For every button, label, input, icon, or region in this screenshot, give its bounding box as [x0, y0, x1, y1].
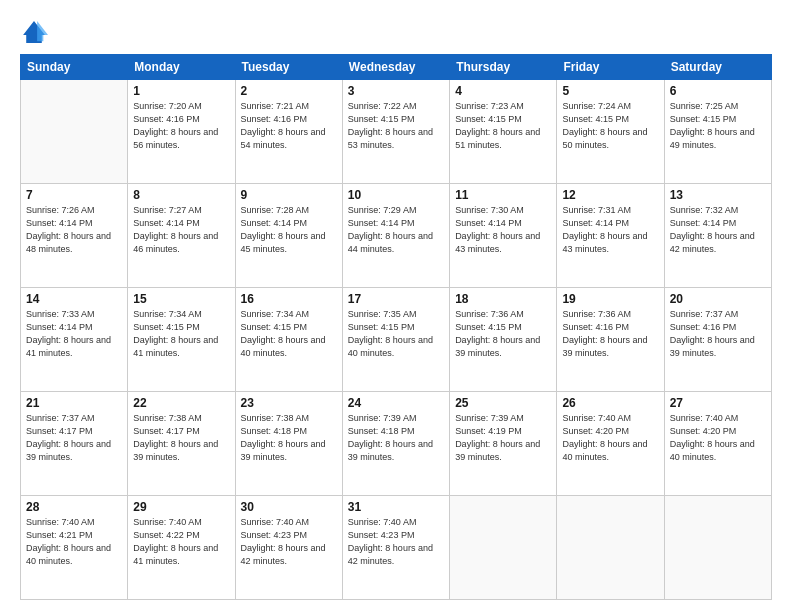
day-number: 20: [670, 292, 766, 306]
day-number: 4: [455, 84, 551, 98]
day-number: 26: [562, 396, 658, 410]
calendar-cell: 8Sunrise: 7:27 AMSunset: 4:14 PMDaylight…: [128, 184, 235, 288]
day-number: 1: [133, 84, 229, 98]
calendar-week-row: 1Sunrise: 7:20 AMSunset: 4:16 PMDaylight…: [21, 80, 772, 184]
cell-text: Sunrise: 7:23 AMSunset: 4:15 PMDaylight:…: [455, 100, 551, 152]
day-number: 8: [133, 188, 229, 202]
day-number: 11: [455, 188, 551, 202]
calendar-cell: 28Sunrise: 7:40 AMSunset: 4:21 PMDayligh…: [21, 496, 128, 600]
day-number: 16: [241, 292, 337, 306]
calendar-cell: 20Sunrise: 7:37 AMSunset: 4:16 PMDayligh…: [664, 288, 771, 392]
cell-text: Sunrise: 7:34 AMSunset: 4:15 PMDaylight:…: [241, 308, 337, 360]
day-number: 17: [348, 292, 444, 306]
calendar-cell: 12Sunrise: 7:31 AMSunset: 4:14 PMDayligh…: [557, 184, 664, 288]
cell-text: Sunrise: 7:28 AMSunset: 4:14 PMDaylight:…: [241, 204, 337, 256]
day-number: 21: [26, 396, 122, 410]
calendar-cell: 11Sunrise: 7:30 AMSunset: 4:14 PMDayligh…: [450, 184, 557, 288]
weekday-header-friday: Friday: [557, 55, 664, 80]
cell-text: Sunrise: 7:40 AMSunset: 4:22 PMDaylight:…: [133, 516, 229, 568]
cell-text: Sunrise: 7:38 AMSunset: 4:17 PMDaylight:…: [133, 412, 229, 464]
cell-text: Sunrise: 7:27 AMSunset: 4:14 PMDaylight:…: [133, 204, 229, 256]
calendar-week-row: 14Sunrise: 7:33 AMSunset: 4:14 PMDayligh…: [21, 288, 772, 392]
calendar-cell: 29Sunrise: 7:40 AMSunset: 4:22 PMDayligh…: [128, 496, 235, 600]
calendar-cell: 6Sunrise: 7:25 AMSunset: 4:15 PMDaylight…: [664, 80, 771, 184]
calendar-table: SundayMondayTuesdayWednesdayThursdayFrid…: [20, 54, 772, 600]
calendar-cell: 15Sunrise: 7:34 AMSunset: 4:15 PMDayligh…: [128, 288, 235, 392]
calendar-cell: 10Sunrise: 7:29 AMSunset: 4:14 PMDayligh…: [342, 184, 449, 288]
cell-text: Sunrise: 7:40 AMSunset: 4:23 PMDaylight:…: [348, 516, 444, 568]
day-number: 28: [26, 500, 122, 514]
calendar-cell: 7Sunrise: 7:26 AMSunset: 4:14 PMDaylight…: [21, 184, 128, 288]
calendar-cell: 14Sunrise: 7:33 AMSunset: 4:14 PMDayligh…: [21, 288, 128, 392]
cell-text: Sunrise: 7:30 AMSunset: 4:14 PMDaylight:…: [455, 204, 551, 256]
calendar-week-row: 7Sunrise: 7:26 AMSunset: 4:14 PMDaylight…: [21, 184, 772, 288]
day-number: 29: [133, 500, 229, 514]
cell-text: Sunrise: 7:26 AMSunset: 4:14 PMDaylight:…: [26, 204, 122, 256]
calendar-cell: 26Sunrise: 7:40 AMSunset: 4:20 PMDayligh…: [557, 392, 664, 496]
calendar-cell: [450, 496, 557, 600]
calendar-cell: 21Sunrise: 7:37 AMSunset: 4:17 PMDayligh…: [21, 392, 128, 496]
calendar-cell: 4Sunrise: 7:23 AMSunset: 4:15 PMDaylight…: [450, 80, 557, 184]
calendar-cell: [557, 496, 664, 600]
cell-text: Sunrise: 7:40 AMSunset: 4:23 PMDaylight:…: [241, 516, 337, 568]
day-number: 31: [348, 500, 444, 514]
day-number: 15: [133, 292, 229, 306]
calendar-cell: 2Sunrise: 7:21 AMSunset: 4:16 PMDaylight…: [235, 80, 342, 184]
weekday-header-sunday: Sunday: [21, 55, 128, 80]
weekday-header-row: SundayMondayTuesdayWednesdayThursdayFrid…: [21, 55, 772, 80]
cell-text: Sunrise: 7:22 AMSunset: 4:15 PMDaylight:…: [348, 100, 444, 152]
weekday-header-saturday: Saturday: [664, 55, 771, 80]
calendar-cell: 31Sunrise: 7:40 AMSunset: 4:23 PMDayligh…: [342, 496, 449, 600]
logo: [20, 18, 52, 46]
day-number: 14: [26, 292, 122, 306]
calendar-cell: 19Sunrise: 7:36 AMSunset: 4:16 PMDayligh…: [557, 288, 664, 392]
cell-text: Sunrise: 7:39 AMSunset: 4:18 PMDaylight:…: [348, 412, 444, 464]
cell-text: Sunrise: 7:25 AMSunset: 4:15 PMDaylight:…: [670, 100, 766, 152]
header: [20, 18, 772, 46]
logo-icon: [20, 18, 48, 46]
cell-text: Sunrise: 7:33 AMSunset: 4:14 PMDaylight:…: [26, 308, 122, 360]
day-number: 9: [241, 188, 337, 202]
day-number: 25: [455, 396, 551, 410]
cell-text: Sunrise: 7:39 AMSunset: 4:19 PMDaylight:…: [455, 412, 551, 464]
cell-text: Sunrise: 7:37 AMSunset: 4:16 PMDaylight:…: [670, 308, 766, 360]
cell-text: Sunrise: 7:21 AMSunset: 4:16 PMDaylight:…: [241, 100, 337, 152]
cell-text: Sunrise: 7:40 AMSunset: 4:21 PMDaylight:…: [26, 516, 122, 568]
calendar-cell: 13Sunrise: 7:32 AMSunset: 4:14 PMDayligh…: [664, 184, 771, 288]
calendar-cell: 25Sunrise: 7:39 AMSunset: 4:19 PMDayligh…: [450, 392, 557, 496]
cell-text: Sunrise: 7:40 AMSunset: 4:20 PMDaylight:…: [562, 412, 658, 464]
calendar-cell: 18Sunrise: 7:36 AMSunset: 4:15 PMDayligh…: [450, 288, 557, 392]
day-number: 6: [670, 84, 766, 98]
calendar-cell: 9Sunrise: 7:28 AMSunset: 4:14 PMDaylight…: [235, 184, 342, 288]
cell-text: Sunrise: 7:20 AMSunset: 4:16 PMDaylight:…: [133, 100, 229, 152]
day-number: 18: [455, 292, 551, 306]
calendar-cell: 16Sunrise: 7:34 AMSunset: 4:15 PMDayligh…: [235, 288, 342, 392]
cell-text: Sunrise: 7:38 AMSunset: 4:18 PMDaylight:…: [241, 412, 337, 464]
page: SundayMondayTuesdayWednesdayThursdayFrid…: [0, 0, 792, 612]
calendar-cell: 23Sunrise: 7:38 AMSunset: 4:18 PMDayligh…: [235, 392, 342, 496]
day-number: 22: [133, 396, 229, 410]
cell-text: Sunrise: 7:31 AMSunset: 4:14 PMDaylight:…: [562, 204, 658, 256]
cell-text: Sunrise: 7:40 AMSunset: 4:20 PMDaylight:…: [670, 412, 766, 464]
weekday-header-tuesday: Tuesday: [235, 55, 342, 80]
calendar-cell: 22Sunrise: 7:38 AMSunset: 4:17 PMDayligh…: [128, 392, 235, 496]
day-number: 23: [241, 396, 337, 410]
day-number: 13: [670, 188, 766, 202]
day-number: 12: [562, 188, 658, 202]
day-number: 27: [670, 396, 766, 410]
cell-text: Sunrise: 7:36 AMSunset: 4:15 PMDaylight:…: [455, 308, 551, 360]
calendar-cell: [664, 496, 771, 600]
day-number: 10: [348, 188, 444, 202]
weekday-header-thursday: Thursday: [450, 55, 557, 80]
calendar-cell: 3Sunrise: 7:22 AMSunset: 4:15 PMDaylight…: [342, 80, 449, 184]
calendar-cell: 17Sunrise: 7:35 AMSunset: 4:15 PMDayligh…: [342, 288, 449, 392]
weekday-header-monday: Monday: [128, 55, 235, 80]
day-number: 24: [348, 396, 444, 410]
calendar-cell: 27Sunrise: 7:40 AMSunset: 4:20 PMDayligh…: [664, 392, 771, 496]
day-number: 3: [348, 84, 444, 98]
cell-text: Sunrise: 7:32 AMSunset: 4:14 PMDaylight:…: [670, 204, 766, 256]
cell-text: Sunrise: 7:36 AMSunset: 4:16 PMDaylight:…: [562, 308, 658, 360]
cell-text: Sunrise: 7:24 AMSunset: 4:15 PMDaylight:…: [562, 100, 658, 152]
calendar-cell: 5Sunrise: 7:24 AMSunset: 4:15 PMDaylight…: [557, 80, 664, 184]
day-number: 5: [562, 84, 658, 98]
